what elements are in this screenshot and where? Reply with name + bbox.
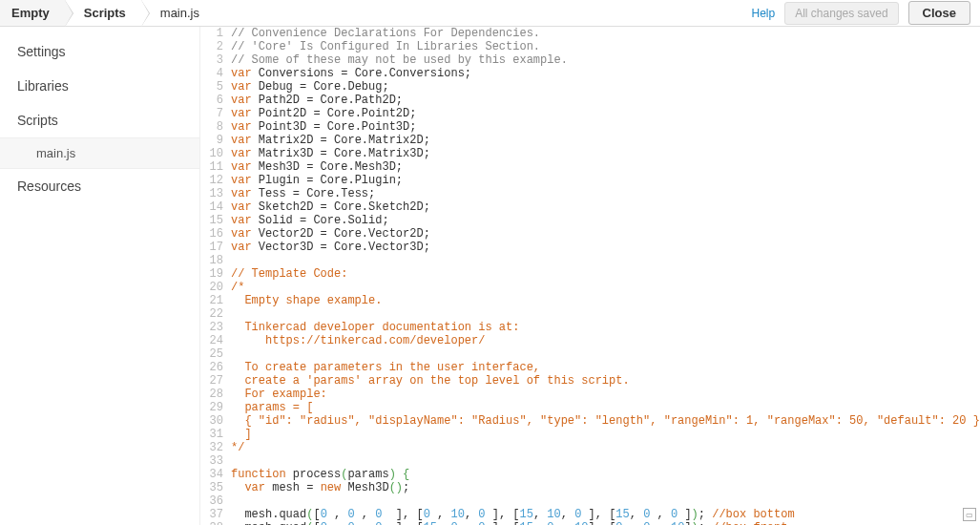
code-line[interactable]: 21 Empty shape example.: [200, 294, 980, 307]
line-content[interactable]: ]: [231, 428, 980, 441]
line-content[interactable]: var Point3D = Core.Point3D;: [231, 120, 980, 134]
breadcrumb-file[interactable]: main.js: [141, 0, 215, 26]
code-line[interactable]: 31 ]: [200, 428, 980, 441]
line-content[interactable]: create a 'params' array on the top level…: [231, 374, 980, 388]
code-line[interactable]: 14var Sketch2D = Core.Sketch2D;: [200, 200, 980, 214]
code-line[interactable]: 7var Point2D = Core.Point2D;: [200, 107, 980, 120]
line-number: 34: [200, 468, 231, 481]
code-line[interactable]: 35 var mesh = new Mesh3D();: [200, 481, 980, 494]
code-line[interactable]: 11var Mesh3D = Core.Mesh3D;: [200, 160, 980, 174]
sidebar-item-settings[interactable]: Settings: [0, 34, 199, 69]
code-line[interactable]: 1// Convenience Declarations For Depende…: [200, 27, 980, 40]
close-button[interactable]: Close: [908, 1, 970, 25]
line-content[interactable]: var mesh = new Mesh3D();: [231, 481, 980, 494]
line-content[interactable]: Tinkercad developer documentation is at:: [231, 321, 980, 334]
code-line[interactable]: 33: [200, 454, 980, 468]
line-content[interactable]: To create parameters in the user interfa…: [231, 361, 980, 374]
breadcrumb-scripts[interactable]: Scripts: [65, 0, 141, 26]
line-content[interactable]: For example:: [231, 388, 980, 401]
code-line[interactable]: 18: [200, 254, 980, 267]
line-number: 13: [200, 187, 231, 200]
code-line[interactable]: 37 mesh.quad([0 , 0 , 0 ], [0 , 10, 0 ],…: [200, 508, 980, 521]
line-content[interactable]: var Mesh3D = Core.Mesh3D;: [231, 160, 980, 174]
line-content[interactable]: */: [231, 441, 980, 454]
code-editor[interactable]: 1// Convenience Declarations For Depende…: [200, 27, 980, 525]
sidebar-item-libraries[interactable]: Libraries: [0, 69, 199, 103]
code-line[interactable]: 5var Debug = Core.Debug;: [200, 80, 980, 94]
line-number: 26: [200, 361, 231, 374]
code-line[interactable]: 17var Vector3D = Core.Vector3D;: [200, 241, 980, 254]
code-line[interactable]: 25: [200, 347, 980, 361]
line-content[interactable]: [231, 347, 980, 361]
code-line[interactable]: 8var Point3D = Core.Point3D;: [200, 120, 980, 134]
code-line[interactable]: 24 https://tinkercad.com/developer/: [200, 334, 980, 347]
line-content[interactable]: https://tinkercad.com/developer/: [231, 334, 980, 347]
breadcrumb-empty[interactable]: Empty: [0, 0, 65, 26]
code-line[interactable]: 13var Tess = Core.Tess;: [200, 187, 980, 200]
sidebar-subitem-mainjs[interactable]: main.js: [0, 137, 199, 169]
code-line[interactable]: 23 Tinkercad developer documentation is …: [200, 321, 980, 334]
line-content[interactable]: var Path2D = Core.Path2D;: [231, 94, 980, 107]
code-line[interactable]: 22: [200, 307, 980, 321]
code-line[interactable]: 28 For example:: [200, 388, 980, 401]
code-line[interactable]: 29 params = [: [200, 401, 980, 414]
line-number: 12: [200, 174, 231, 187]
line-content[interactable]: var Sketch2D = Core.Sketch2D;: [231, 200, 980, 214]
help-link[interactable]: Help: [752, 7, 776, 20]
code-line[interactable]: 27 create a 'params' array on the top le…: [200, 374, 980, 388]
code-line[interactable]: 20/*: [200, 281, 980, 294]
topbar: Empty Scripts main.js Help All changes s…: [0, 0, 980, 27]
line-content[interactable]: var Matrix3D = Core.Matrix3D;: [231, 147, 980, 160]
line-content[interactable]: [231, 454, 980, 468]
resize-icon[interactable]: ▭: [963, 508, 976, 521]
code-line[interactable]: 38 mesh.quad([0 , 0 , 0 ], [15, 0 , 0 ],…: [200, 521, 980, 525]
line-content[interactable]: [231, 494, 980, 508]
line-content[interactable]: var Matrix2D = Core.Matrix2D;: [231, 134, 980, 147]
line-content[interactable]: // Some of these may not be used by this…: [231, 53, 980, 67]
line-number: 15: [200, 214, 231, 227]
code-line[interactable]: 36: [200, 494, 980, 508]
line-content[interactable]: var Debug = Core.Debug;: [231, 80, 980, 94]
sidebar-item-resources[interactable]: Resources: [0, 169, 199, 203]
sidebar: Settings Libraries Scripts main.js Resou…: [0, 27, 200, 525]
sidebar-item-scripts[interactable]: Scripts: [0, 103, 199, 137]
line-content[interactable]: var Vector3D = Core.Vector3D;: [231, 241, 980, 254]
code-content[interactable]: 1// Convenience Declarations For Depende…: [200, 27, 980, 525]
line-content[interactable]: [231, 307, 980, 321]
line-content[interactable]: var Vector2D = Core.Vector2D;: [231, 227, 980, 241]
line-content[interactable]: Empty shape example.: [231, 294, 980, 307]
code-line[interactable]: 2// 'Core' Is Configured In Libraries Se…: [200, 40, 980, 53]
code-line[interactable]: 26 To create parameters in the user inte…: [200, 361, 980, 374]
line-content[interactable]: mesh.quad([0 , 0 , 0 ], [15, 0 , 0 ], [1…: [231, 521, 980, 525]
line-number: 29: [200, 401, 231, 414]
code-line[interactable]: 32*/: [200, 441, 980, 454]
line-content[interactable]: var Plugin = Core.Plugin;: [231, 174, 980, 187]
line-content[interactable]: // 'Core' Is Configured In Libraries Sec…: [231, 40, 980, 53]
line-content[interactable]: { "id": "radius", "displayName": "Radius…: [231, 414, 980, 428]
code-line[interactable]: 15var Solid = Core.Solid;: [200, 214, 980, 227]
line-content[interactable]: var Tess = Core.Tess;: [231, 187, 980, 200]
line-content[interactable]: mesh.quad([0 , 0 , 0 ], [0 , 10, 0 ], [1…: [231, 508, 980, 521]
line-content[interactable]: /*: [231, 281, 980, 294]
line-number: 4: [200, 67, 231, 80]
line-content[interactable]: function process(params) {: [231, 468, 980, 481]
line-content[interactable]: [231, 254, 980, 267]
code-line[interactable]: 9var Matrix2D = Core.Matrix2D;: [200, 134, 980, 147]
line-content[interactable]: var Point2D = Core.Point2D;: [231, 107, 980, 120]
code-line[interactable]: 4var Conversions = Core.Conversions;: [200, 67, 980, 80]
line-content[interactable]: var Solid = Core.Solid;: [231, 214, 980, 227]
code-line[interactable]: 6var Path2D = Core.Path2D;: [200, 94, 980, 107]
code-line[interactable]: 34function process(params) {: [200, 468, 980, 481]
code-line[interactable]: 30 { "id": "radius", "displayName": "Rad…: [200, 414, 980, 428]
code-line[interactable]: 19// Template Code:: [200, 267, 980, 281]
line-number: 10: [200, 147, 231, 160]
line-content[interactable]: // Convenience Declarations For Dependen…: [231, 27, 980, 40]
code-line[interactable]: 16var Vector2D = Core.Vector2D;: [200, 227, 980, 241]
line-content[interactable]: var Conversions = Core.Conversions;: [231, 67, 980, 80]
line-content[interactable]: params = [: [231, 401, 980, 414]
code-line[interactable]: 10var Matrix3D = Core.Matrix3D;: [200, 147, 980, 160]
line-number: 31: [200, 428, 231, 441]
code-line[interactable]: 12var Plugin = Core.Plugin;: [200, 174, 980, 187]
code-line[interactable]: 3// Some of these may not be used by thi…: [200, 53, 980, 67]
line-content[interactable]: // Template Code:: [231, 267, 980, 281]
